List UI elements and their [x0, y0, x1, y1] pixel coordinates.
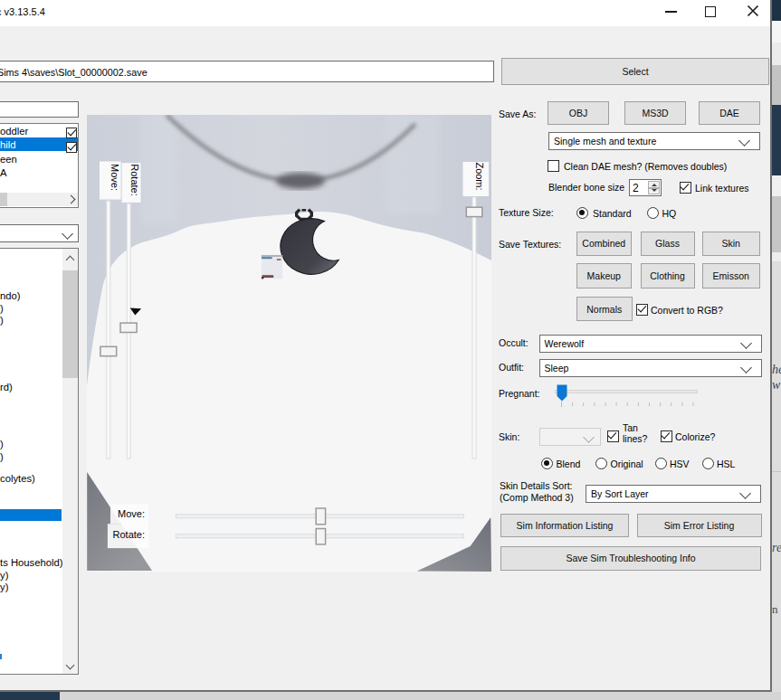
svg-text:Rotate:: Rotate: — [113, 529, 145, 540]
svg-text:Move:: Move: — [118, 508, 145, 519]
svg-text:Rotate:: Rotate: — [129, 164, 140, 195]
svg-text:Move:: Move: — [110, 164, 120, 191]
svg-text:Zoom:: Zoom: — [474, 162, 485, 190]
